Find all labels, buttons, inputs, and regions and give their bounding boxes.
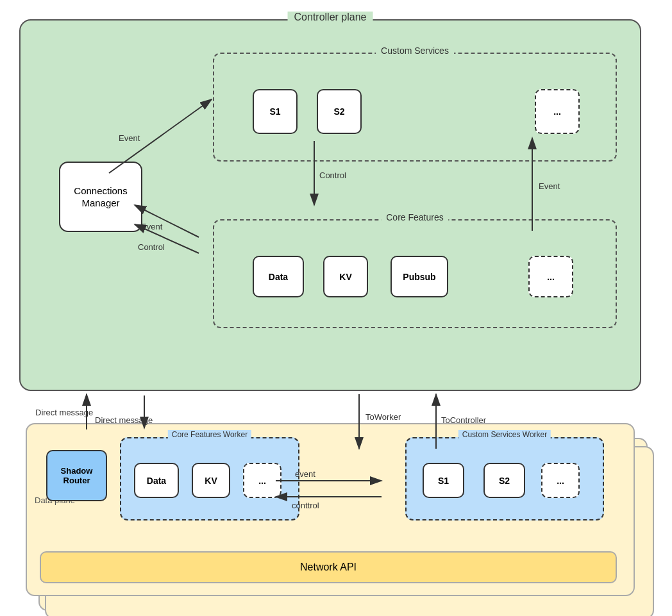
custom-service-dots: ... (535, 89, 580, 134)
core-features-worker-label: Core Features Worker (168, 430, 251, 439)
shadow-router-label: Shadow Router (47, 466, 106, 485)
custom-services-worker-label: Custom Services Worker (458, 430, 551, 439)
worker-dots: ... (243, 463, 281, 498)
controller-plane-label: Controller plane (288, 12, 373, 23)
connections-manager: ConnectionsManager (59, 162, 142, 232)
custom-service-s2: S2 (317, 89, 362, 134)
core-features-label: Core Features (381, 212, 448, 222)
core-feature-pubsub: Pubsub (391, 256, 448, 297)
network-api-label: Network API (300, 562, 357, 573)
worker-s1: S1 (423, 463, 464, 498)
data-plane-main: Data plane Shadow Router Core Features W… (26, 423, 635, 596)
core-feature-data: Data (253, 256, 304, 297)
worker-s2: S2 (483, 463, 525, 498)
custom-services-box: Custom Services S1 S2 ... (213, 53, 617, 162)
custom-service-s1: S1 (253, 89, 298, 134)
connections-manager-label: ConnectionsManager (74, 185, 127, 210)
network-api: Network API (40, 551, 617, 583)
core-features-worker: Core Features Worker Data KV ... (120, 437, 299, 520)
custom-services-label: Custom Services (376, 46, 454, 56)
label-to-worker: ToWorker (365, 412, 401, 422)
diagram-container: Controller plane Custom Services S1 S2 .… (0, 0, 672, 616)
core-feature-kv: KV (323, 256, 368, 297)
worker-data: Data (134, 463, 179, 498)
shadow-router: Shadow Router (46, 450, 107, 501)
label-direct-msg-up: Direct message (35, 408, 93, 417)
worker-sdots: ... (541, 463, 580, 498)
core-feature-dots: ... (528, 256, 573, 297)
core-features-box: Core Features Data KV Pubsub ... (213, 219, 617, 328)
custom-services-worker: Custom Services Worker S1 S2 ... (405, 437, 604, 520)
controller-plane: Controller plane Custom Services S1 S2 .… (19, 19, 641, 391)
worker-kv: KV (192, 463, 230, 498)
